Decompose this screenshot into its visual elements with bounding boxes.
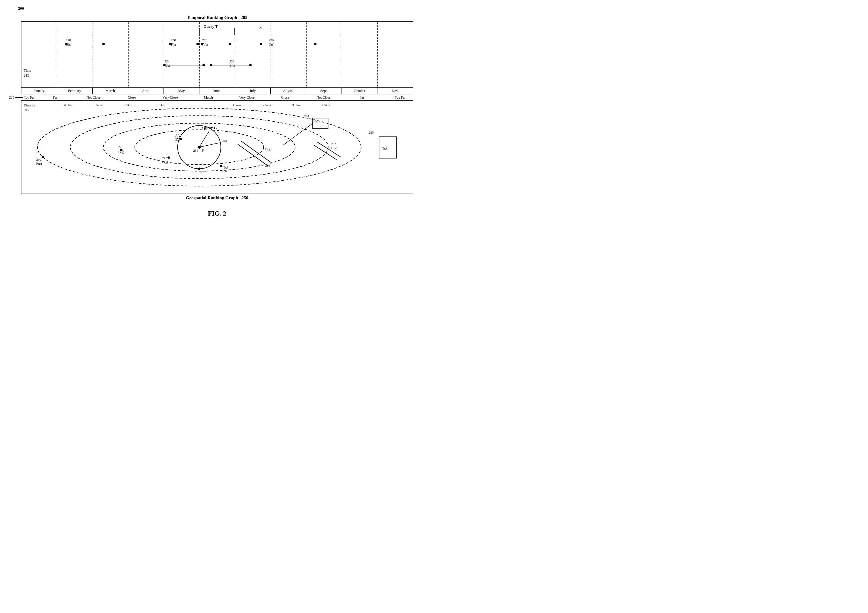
ft-label: 230F(t) [171, 38, 176, 47]
month-row: January February March April May June Ju… [21, 88, 413, 94]
vline-1 [57, 22, 57, 87]
rank-toofar-right: Too Far [381, 96, 419, 99]
temporal-title: Temporal Ranking Graph 205 [18, 15, 416, 20]
geo-graph: Distance265 4.5km 3.5km 2.5km 1.5km 1.5k… [21, 101, 413, 194]
figure-number: 200 [18, 6, 24, 11]
svg-text:255: 255 [193, 149, 198, 152]
vline-8 [306, 22, 307, 87]
svg-text:B(g): B(g) [162, 160, 168, 164]
dt-item [260, 43, 316, 45]
vline-3 [128, 22, 129, 87]
query-t-label: Query T [204, 24, 218, 29]
query-t-line [240, 28, 259, 28]
month-jan: January [22, 88, 57, 94]
svg-text:H(g): H(g) [331, 146, 337, 150]
time-label: Time 215 [24, 68, 31, 78]
rank-row: 235 Too Far Far Not Close Close Very Clo… [9, 96, 419, 99]
vline-2 [93, 22, 93, 87]
month-oct: October [342, 88, 377, 94]
svg-text:F(g): F(g) [36, 162, 42, 166]
month-jul: July [235, 88, 271, 94]
rank-close-right: Close [266, 96, 304, 99]
vline-10 [377, 22, 378, 87]
bt-label: 222B(t) [229, 59, 235, 68]
geo-svg: P 255 257 r Query G r 260 A(g) 270 272 B… [22, 101, 413, 193]
svg-point-19 [167, 156, 170, 159]
svg-point-32 [41, 156, 44, 158]
svg-text:278: 278 [118, 145, 123, 149]
fig-label: FIG. 2 [18, 209, 416, 217]
svg-text:J(g): J(g) [313, 119, 318, 123]
rank-235: 235 Too Far [9, 96, 35, 99]
svg-text:270: 270 [175, 138, 180, 141]
svg-text:A(g): A(g) [175, 133, 181, 138]
temporal-graph: Time 215 Query T 210 228E(t) 230F(t) [21, 22, 413, 88]
svg-text:D(g): D(g) [265, 147, 271, 151]
svg-text:P: P [202, 148, 204, 153]
month-nov: Nov. [377, 88, 413, 94]
rank-far-left: Far [36, 96, 74, 99]
rank-vclose-right: Very Close [228, 96, 266, 99]
svg-text:Query G: Query G [202, 125, 217, 130]
svg-text:282: 282 [331, 142, 336, 146]
svg-point-8 [198, 168, 200, 170]
svg-text:257: 257 [201, 170, 206, 174]
month-jun: June [200, 88, 235, 94]
svg-text:280: 280 [36, 158, 41, 161]
svg-text:276: 276 [265, 164, 270, 167]
et-label: 228E(t) [66, 38, 71, 47]
svg-line-11 [199, 132, 209, 147]
month-sep: Sept. [306, 88, 342, 94]
svg-text:272: 272 [162, 156, 167, 160]
svg-text:r: r [218, 129, 220, 133]
rank-match: Match [189, 96, 228, 99]
geo-title: Geospatial Ranking Graph 250 [18, 195, 416, 201]
rank-far-right: Far [343, 96, 381, 99]
month-may: May [164, 88, 200, 94]
month-mar: March [93, 88, 128, 94]
rank-vclose-left: Very Close [151, 96, 189, 99]
month-apr: April [128, 88, 164, 94]
vline-7 [271, 22, 271, 87]
ct-label: 224C(t) [165, 59, 170, 68]
svg-text:E(g): E(g) [118, 150, 124, 154]
svg-text:286: 286 [368, 130, 374, 134]
rank-close-left: Close [113, 96, 151, 99]
at-label: 220A(t) [202, 38, 208, 47]
svg-text:274: 274 [222, 169, 226, 172]
svg-line-14 [199, 142, 220, 147]
svg-line-26 [241, 141, 271, 163]
month-feb: February [57, 88, 93, 94]
svg-text:260: 260 [222, 139, 226, 142]
vline-4 [164, 22, 164, 87]
query-t-num: 210 [259, 26, 265, 31]
rank-notclose-right: Not Close [304, 96, 343, 99]
dt-label: 226D(t) [269, 38, 274, 47]
rank-notclose-left: Not Close [74, 96, 113, 99]
vline-9 [342, 22, 342, 87]
svg-text:C(g): C(g) [222, 165, 228, 169]
svg-text:K(g): K(g) [380, 146, 387, 150]
month-aug: August [271, 88, 306, 94]
svg-text:284: 284 [304, 114, 309, 118]
